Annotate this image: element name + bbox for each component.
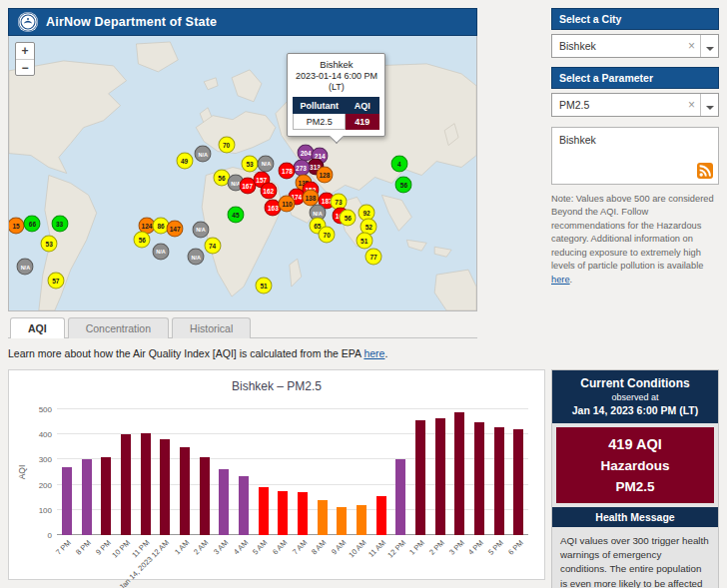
note-suffix: . bbox=[570, 275, 573, 285]
chart-plot: AQI 01002003004005007 PM8 PM9 PM10 PM11 … bbox=[57, 409, 528, 535]
aqi-marker[interactable]: 53 bbox=[242, 155, 259, 172]
chart-bar[interactable] bbox=[435, 418, 445, 535]
chart-bar[interactable] bbox=[415, 420, 425, 535]
popup-datetime: 2023-01-14 6:00 PM (LT) bbox=[293, 71, 379, 94]
note-prefix: Note: Values above 500 are considered Be… bbox=[551, 194, 714, 271]
aqi-marker[interactable]: 56 bbox=[340, 209, 357, 226]
aqi-marker[interactable]: 178 bbox=[279, 162, 296, 179]
chart-bar[interactable] bbox=[298, 492, 308, 535]
x-tick-label: 12 PM bbox=[385, 538, 407, 560]
chart-bar[interactable] bbox=[259, 487, 269, 535]
parameter-select[interactable]: PM2.5 × bbox=[551, 93, 719, 117]
chart-column: 2 AM bbox=[195, 409, 215, 535]
zoom-in-button[interactable]: + bbox=[16, 43, 34, 59]
chart-bar[interactable] bbox=[318, 500, 328, 535]
chart-column: 9 AM bbox=[332, 409, 352, 535]
chart-bar[interactable] bbox=[219, 469, 229, 535]
aqi-marker[interactable]: 56 bbox=[395, 176, 412, 193]
chart-bar[interactable] bbox=[239, 476, 249, 535]
chart-column: 8 PM bbox=[77, 409, 97, 535]
chart-column: 12 PM bbox=[390, 409, 410, 535]
learn-more-prefix: Learn more about how the Air Quality Ind… bbox=[8, 347, 364, 359]
aqi-marker[interactable]: 66 bbox=[24, 216, 41, 233]
chevron-down-icon[interactable] bbox=[701, 96, 718, 114]
tab-aqi[interactable]: AQI bbox=[10, 317, 65, 338]
city-select-value: Bishkek bbox=[552, 40, 683, 52]
chart-bar[interactable] bbox=[180, 447, 190, 535]
y-tick-label: 500 bbox=[39, 405, 52, 414]
aqi-marker[interactable]: 110 bbox=[279, 195, 296, 212]
chevron-down-icon[interactable] bbox=[701, 37, 718, 55]
aqi-marker[interactable]: N/A bbox=[192, 221, 209, 238]
note-link[interactable]: here bbox=[551, 275, 570, 285]
popup-pollutant-header: Pollutant bbox=[294, 98, 346, 114]
x-tick-label: 10 PM bbox=[111, 538, 133, 560]
aqi-marker[interactable]: N/A bbox=[17, 259, 34, 276]
city-select[interactable]: Bishkek × bbox=[551, 34, 719, 58]
chart-bar[interactable] bbox=[337, 507, 347, 535]
y-tick-label: 0 bbox=[48, 531, 52, 540]
chart-column: 4 AM bbox=[234, 409, 254, 535]
x-tick-label: 6 AM bbox=[271, 538, 289, 556]
x-tick-label: 10 AM bbox=[347, 538, 367, 559]
aqi-marker[interactable]: 4 bbox=[390, 155, 407, 172]
learn-more-link[interactable]: here bbox=[364, 347, 384, 359]
tabs: AQIConcentrationHistorical bbox=[8, 317, 477, 338]
chart-bar[interactable] bbox=[494, 427, 504, 535]
tab-concentration[interactable]: Concentration bbox=[68, 317, 169, 338]
aqi-marker[interactable]: 51 bbox=[356, 232, 372, 249]
chart-bar[interactable] bbox=[454, 412, 464, 535]
aqi-marker[interactable]: 70 bbox=[319, 227, 336, 244]
chart-bar[interactable] bbox=[82, 459, 92, 535]
x-tick-label: 4 PM bbox=[467, 538, 486, 557]
aqi-marker[interactable]: 51 bbox=[256, 278, 273, 294]
chart-bar[interactable] bbox=[141, 433, 151, 535]
aqi-marker[interactable]: 162 bbox=[260, 183, 277, 200]
aqi-marker[interactable]: 45 bbox=[227, 206, 244, 223]
chart-bar[interactable] bbox=[101, 457, 111, 535]
aqi-marker[interactable]: 57 bbox=[47, 272, 64, 289]
aqi-marker[interactable]: N/A bbox=[195, 146, 212, 163]
chart-bars: 7 PM8 PM9 PM10 PM11 PMJan 14, 2023 12 AM… bbox=[57, 409, 528, 535]
aqi-marker[interactable]: N/A bbox=[153, 243, 170, 260]
aqi-category: Hazardous bbox=[560, 458, 710, 473]
aqi-marker[interactable]: 53 bbox=[41, 235, 58, 252]
chart-bar[interactable] bbox=[200, 457, 210, 535]
aqi-marker[interactable]: 15 bbox=[8, 217, 25, 234]
chart-bar[interactable] bbox=[357, 505, 366, 535]
rss-icon[interactable] bbox=[697, 163, 713, 179]
x-tick-label: 6 PM bbox=[506, 538, 525, 557]
chart-panel: Bishkek – PM2.5 AQI 01002003004005007 PM… bbox=[8, 369, 545, 580]
chart-bar[interactable] bbox=[474, 422, 484, 535]
aqi-marker[interactable]: 147 bbox=[167, 220, 184, 237]
clear-icon[interactable]: × bbox=[683, 39, 700, 53]
chart-column: 2 PM bbox=[430, 409, 450, 535]
chart-bar[interactable] bbox=[513, 429, 523, 535]
chart-bar[interactable] bbox=[121, 434, 131, 535]
aqi-marker[interactable]: 128 bbox=[316, 166, 333, 183]
chart-bar[interactable] bbox=[160, 439, 170, 535]
clear-icon[interactable]: × bbox=[683, 98, 700, 112]
zoom-out-button[interactable]: − bbox=[16, 59, 34, 75]
chart-bar[interactable] bbox=[376, 496, 386, 535]
chart-bar[interactable] bbox=[62, 467, 72, 535]
chart-bar[interactable] bbox=[278, 491, 288, 535]
city-section-header: Select a City bbox=[551, 8, 719, 30]
aqi-marker[interactable]: 74 bbox=[204, 238, 221, 255]
y-tick-label: 300 bbox=[39, 455, 52, 464]
x-tick-label: 2 AM bbox=[192, 538, 210, 556]
chart-column: 1 AM bbox=[175, 409, 195, 535]
aqi-marker[interactable]: 56 bbox=[134, 231, 151, 248]
app-title: AirNow Department of State bbox=[46, 15, 217, 29]
aqi-marker[interactable]: 77 bbox=[365, 249, 382, 266]
aqi-marker[interactable]: N/A bbox=[258, 155, 275, 172]
chart-bar[interactable] bbox=[395, 459, 405, 535]
popup-aqi-value: 419 bbox=[346, 114, 379, 130]
world-map[interactable]: + − 15663353N/A5770N/A4953N/A56N/A167157… bbox=[8, 36, 477, 311]
aqi-marker[interactable]: 49 bbox=[176, 153, 193, 170]
x-tick-label: 5 PM bbox=[486, 538, 505, 557]
aqi-marker[interactable]: 33 bbox=[51, 216, 68, 233]
aqi-marker[interactable]: 70 bbox=[218, 136, 235, 153]
tab-historical[interactable]: Historical bbox=[172, 317, 251, 338]
aqi-marker[interactable]: N/A bbox=[188, 249, 205, 266]
